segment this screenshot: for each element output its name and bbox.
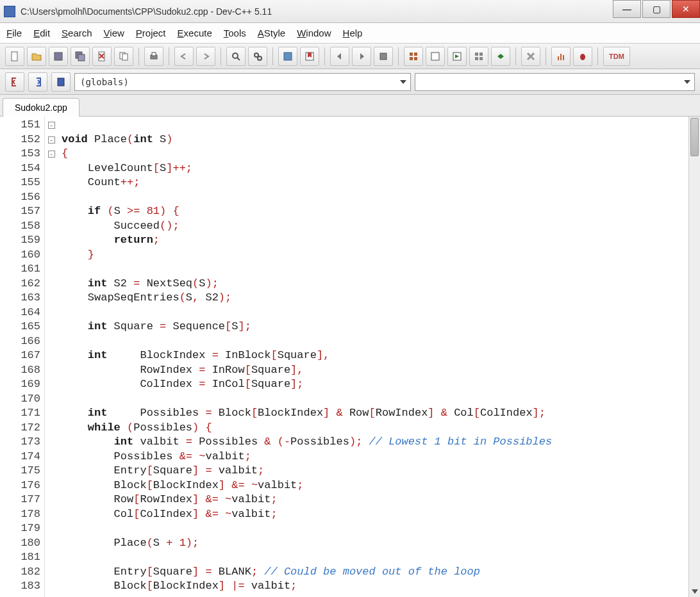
close-all-button[interactable]: [114, 47, 133, 66]
bookmark-button[interactable]: [300, 47, 319, 66]
menu-edit[interactable]: Edit: [33, 28, 50, 38]
print-button[interactable]: [144, 47, 163, 66]
toolbar-separator: [515, 47, 516, 65]
tdm-button[interactable]: TDM: [603, 47, 630, 66]
nav-forward-button[interactable]: [28, 72, 47, 92]
svg-rect-0: [12, 52, 17, 61]
tab-label: Sudoku2.cpp: [15, 102, 67, 113]
svg-rect-31: [560, 54, 562, 60]
svg-rect-34: [58, 78, 64, 86]
scope-combo-value: (globals): [80, 77, 129, 87]
close-button[interactable]: ✕: [672, 0, 700, 18]
rebuild-button[interactable]: [469, 47, 488, 66]
svg-rect-24: [475, 53, 478, 56]
profile-button[interactable]: [551, 47, 571, 66]
svg-rect-21: [414, 57, 417, 60]
svg-rect-30: [558, 56, 559, 60]
toolbar-separator: [546, 47, 546, 65]
toolbar-separator: [324, 47, 325, 65]
forward-button[interactable]: [352, 47, 371, 66]
compile-run-button[interactable]: [447, 47, 467, 66]
undo-button[interactable]: [174, 47, 194, 66]
toolbar-separator: [272, 47, 273, 65]
tab-sudoku2[interactable]: Sudoku2.cpp: [3, 98, 79, 117]
debug-bug-button[interactable]: [573, 47, 592, 66]
svg-rect-8: [122, 54, 128, 60]
member-combo[interactable]: [415, 73, 695, 91]
compile-button[interactable]: [404, 47, 423, 66]
menu-astyle[interactable]: AStyle: [258, 28, 285, 38]
svg-line-12: [237, 58, 240, 60]
svg-rect-26: [475, 57, 478, 60]
window-title: C:\Users\pmolhl\Documents\CPP\Sudoku2.cp…: [21, 6, 272, 17]
vertical-scrollbar[interactable]: [688, 117, 700, 597]
menu-execute[interactable]: Execute: [178, 28, 212, 38]
code-area[interactable]: void Place(int S) { LevelCount[S]++; Cou…: [58, 117, 700, 597]
svg-rect-32: [563, 55, 564, 60]
toolbar-separator: [398, 47, 399, 65]
scope-combo[interactable]: (globals): [74, 73, 411, 91]
menu-help[interactable]: Help: [343, 28, 363, 38]
app-icon: [4, 6, 15, 17]
svg-point-14: [258, 56, 262, 60]
debug-button[interactable]: [491, 47, 510, 66]
svg-rect-1: [54, 53, 62, 60]
svg-rect-19: [414, 53, 417, 56]
titlebar: C:\Users\pmolhl\Documents\CPP\Sudoku2.cp…: [0, 0, 700, 23]
scrollbar-thumb[interactable]: [690, 118, 699, 156]
chevron-down-icon: [692, 589, 698, 594]
menu-file[interactable]: File: [6, 28, 22, 38]
replace-button[interactable]: [248, 47, 267, 66]
svg-rect-10: [152, 53, 156, 56]
toolbar-separator: [221, 47, 221, 65]
find-button[interactable]: [226, 47, 246, 66]
save-all-button[interactable]: [71, 47, 90, 66]
minimize-button[interactable]: —: [613, 0, 641, 18]
line-number-gutter: 151 152 153 154 155 156 157 158 159 160 …: [0, 117, 45, 597]
chevron-down-icon: [684, 80, 690, 84]
scroll-down-button[interactable]: [689, 585, 700, 597]
back-button[interactable]: [330, 47, 349, 66]
toolbar-nav: (globals): [0, 69, 700, 95]
svg-rect-20: [410, 57, 413, 60]
svg-rect-18: [410, 53, 413, 56]
window-controls: — ▢ ✕: [612, 0, 700, 18]
editor: 151 152 153 154 155 156 157 158 159 160 …: [0, 117, 700, 597]
svg-rect-3: [78, 54, 85, 61]
menu-view[interactable]: View: [104, 28, 124, 38]
fold-gutter: - - -: [45, 117, 58, 597]
menubar: File Edit Search View Project Execute To…: [0, 23, 700, 44]
close-file-button[interactable]: [92, 47, 112, 66]
toggle-button[interactable]: [374, 47, 393, 66]
stop-button[interactable]: [521, 47, 540, 66]
tabbar: Sudoku2.cpp: [0, 95, 700, 117]
toolbar-separator: [169, 47, 169, 65]
toolbar-separator: [138, 47, 139, 65]
goto-button[interactable]: [278, 47, 297, 66]
toolbar-main: TDM: [0, 44, 700, 69]
chevron-down-icon: [400, 80, 406, 84]
menu-tools[interactable]: Tools: [224, 28, 246, 38]
svg-rect-22: [431, 53, 439, 60]
redo-button[interactable]: [196, 47, 215, 66]
menu-search[interactable]: Search: [62, 28, 92, 38]
nav-back-button[interactable]: [5, 72, 24, 92]
svg-point-13: [254, 53, 258, 57]
svg-point-33: [580, 54, 585, 60]
svg-rect-25: [479, 53, 483, 56]
svg-rect-15: [284, 53, 292, 60]
svg-rect-17: [380, 53, 387, 60]
open-button[interactable]: [27, 47, 46, 66]
menu-window[interactable]: Window: [297, 28, 331, 38]
new-file-button[interactable]: [5, 47, 24, 66]
toolbar-separator: [597, 47, 598, 65]
run-button[interactable]: [426, 47, 445, 66]
maximize-button[interactable]: ▢: [642, 0, 671, 18]
menu-project[interactable]: Project: [136, 28, 166, 38]
svg-point-11: [233, 53, 238, 58]
save-button[interactable]: [49, 47, 68, 66]
class-browser-button[interactable]: [51, 72, 71, 92]
svg-rect-27: [479, 57, 483, 60]
